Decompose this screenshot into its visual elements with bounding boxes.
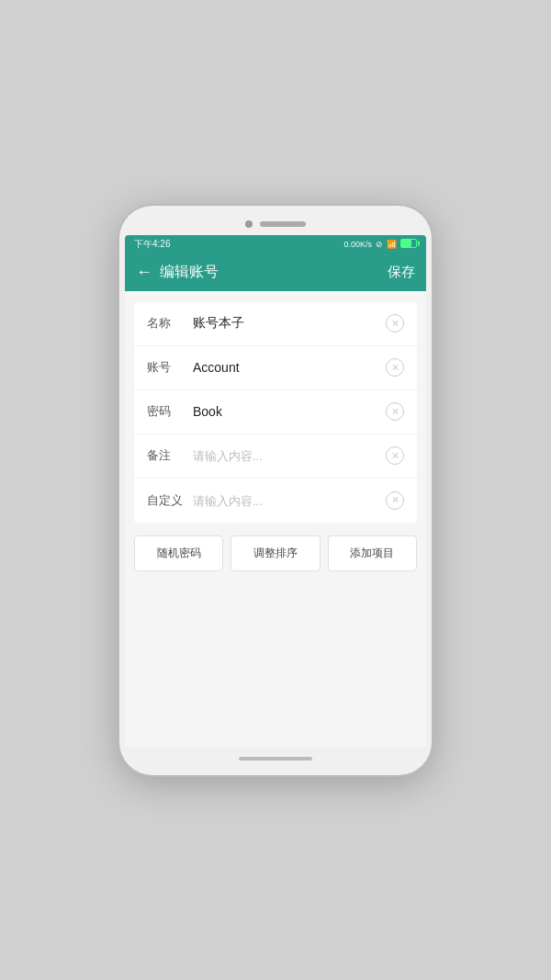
- phone-bottom-bezel: [125, 748, 426, 764]
- form-card: 名称 ✕ 账号 ✕ 密码 ✕ 备注: [134, 302, 417, 523]
- clear-note-button[interactable]: ✕: [386, 446, 404, 465]
- camera: [245, 220, 253, 228]
- field-row-account: 账号 ✕: [134, 346, 417, 390]
- field-row-password: 密码 ✕: [134, 390, 417, 434]
- random-password-button[interactable]: 随机密码: [134, 535, 223, 571]
- back-button[interactable]: ←: [136, 263, 152, 282]
- input-account[interactable]: [186, 360, 386, 375]
- battery-icon-wrapper: [400, 239, 417, 249]
- field-row-note: 备注 ✕: [134, 434, 417, 479]
- label-password: 密码: [147, 403, 186, 420]
- clear-custom-button[interactable]: ✕: [386, 491, 404, 510]
- wifi-icon: 📶: [387, 240, 397, 249]
- clear-name-button[interactable]: ✕: [386, 314, 404, 332]
- clear-account-button[interactable]: ✕: [386, 358, 404, 377]
- phone-frame: 下午4:26 0.00K/s ⊘ 📶 ← 编辑账号 保存: [119, 206, 432, 775]
- battery-icon: [400, 239, 417, 248]
- label-name: 名称: [147, 315, 186, 332]
- status-icons: 0.00K/s ⊘ 📶: [343, 239, 417, 249]
- content-area: 名称 ✕ 账号 ✕ 密码 ✕ 备注: [125, 291, 426, 748]
- action-buttons: 随机密码 调整排序 添加项目: [134, 535, 417, 571]
- status-time: 下午4:26: [134, 238, 170, 251]
- add-item-button[interactable]: 添加项目: [328, 535, 417, 571]
- label-account: 账号: [147, 359, 186, 376]
- battery-fill: [401, 240, 411, 247]
- label-note: 备注: [147, 447, 186, 464]
- status-bar: 下午4:26 0.00K/s ⊘ 📶: [125, 235, 426, 253]
- label-custom: 自定义: [147, 492, 186, 509]
- page-title: 编辑账号: [160, 263, 219, 282]
- input-note[interactable]: [186, 448, 386, 463]
- top-bar: ← 编辑账号 保存: [125, 253, 426, 291]
- input-custom[interactable]: [186, 493, 386, 508]
- signal-icon: ⊘: [376, 240, 383, 249]
- save-button[interactable]: 保存: [388, 264, 415, 281]
- network-speed: 0.00K/s: [343, 240, 372, 249]
- screen: 下午4:26 0.00K/s ⊘ 📶 ← 编辑账号 保存: [125, 235, 426, 748]
- phone-top-bezel: [125, 217, 426, 235]
- input-name[interactable]: [186, 316, 386, 331]
- adjust-order-button[interactable]: 调整排序: [231, 535, 320, 571]
- field-row-name: 名称 ✕: [134, 302, 417, 346]
- input-password[interactable]: [186, 404, 386, 419]
- home-indicator: [239, 757, 312, 760]
- field-row-custom: 自定义 ✕: [134, 479, 417, 523]
- clear-password-button[interactable]: ✕: [386, 402, 404, 421]
- top-bar-left: ← 编辑账号: [136, 263, 219, 282]
- speaker: [260, 221, 306, 227]
